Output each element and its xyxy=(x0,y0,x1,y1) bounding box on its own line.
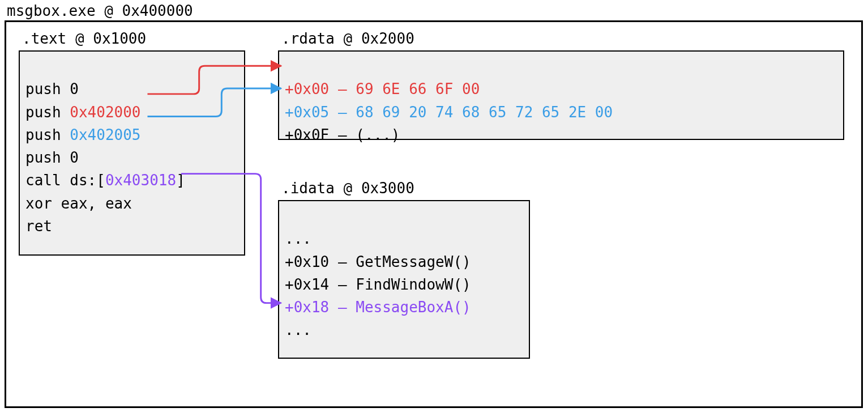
rdata-codebox: +0x00 – 69 6E 66 6F 00 +0x05 – 68 69 20 … xyxy=(278,50,844,140)
data-line: +0x14 – FindWindowW() xyxy=(285,276,471,293)
data-line: +0x18 – MessageBoxA() xyxy=(285,299,471,316)
data-line: +0x00 – 69 6E 66 6F 00 xyxy=(285,80,480,97)
data-line: ... xyxy=(285,230,311,247)
data-line: +0x05 – 68 69 20 74 68 65 72 65 2E 00 xyxy=(285,104,613,121)
rdata-section-label: .rdata @ 0x2000 xyxy=(281,30,844,47)
asm-line: push 0x402005 xyxy=(25,126,141,143)
idata-codebox: ... +0x10 – GetMessageW() +0x14 – FindWi… xyxy=(278,200,530,359)
idata-section-label: .idata @ 0x3000 xyxy=(281,180,572,197)
asm-line: ret xyxy=(25,218,52,235)
text-codebox: push 0 push 0x402000 push 0x402005 push … xyxy=(19,50,245,256)
file-title: msgbox.exe @ 0x400000 xyxy=(7,2,863,19)
addr-purple: 0x403018 xyxy=(105,172,176,189)
module-frame: .text @ 0x1000 push 0 push 0x402000 push… xyxy=(5,20,863,408)
asm-line: call ds:[0x403018] xyxy=(25,172,185,189)
addr-red: 0x402000 xyxy=(70,104,140,121)
asm-line: push 0x402000 xyxy=(25,104,141,121)
asm-line: push 0 xyxy=(25,80,79,97)
rdata-section: .rdata @ 0x2000 +0x00 – 69 6E 66 6F 00 +… xyxy=(278,30,844,140)
data-line: ... xyxy=(285,321,311,338)
data-line: +0x10 – GetMessageW() xyxy=(285,253,471,270)
text-section: .text @ 0x1000 push 0 push 0x402000 push… xyxy=(19,30,256,256)
text-section-label: .text @ 0x1000 xyxy=(22,30,256,47)
addr-blue: 0x402005 xyxy=(70,126,140,143)
asm-line: push 0 xyxy=(25,149,79,166)
idata-section: .idata @ 0x3000 ... +0x10 – GetMessageW(… xyxy=(278,180,572,359)
asm-line: xor eax, eax xyxy=(25,195,132,212)
data-line: +0x0F – (...) xyxy=(285,126,400,143)
